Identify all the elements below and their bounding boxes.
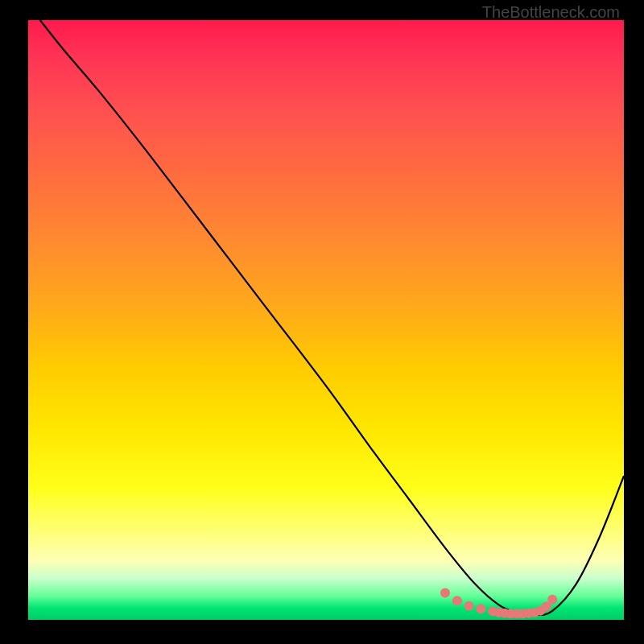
highlight-dot — [440, 588, 450, 597]
watermark-text: TheBottleneck.com — [482, 3, 620, 22]
highlight-dot — [518, 609, 527, 619]
highlight-dot — [500, 609, 510, 618]
highlight-dot — [488, 607, 497, 617]
highlight-dot — [542, 602, 551, 612]
highlight-dot — [506, 609, 515, 619]
highlight-dot — [452, 596, 462, 605]
highlight-dot — [530, 608, 539, 617]
bottleneck-curve — [40, 20, 624, 615]
highlight-dot — [535, 606, 545, 616]
highlight-dot — [464, 601, 474, 611]
chart-container: TheBottleneck.com — [0, 0, 644, 644]
curve-svg — [28, 20, 624, 620]
highlight-dot — [524, 609, 534, 618]
highlight-dot — [476, 605, 485, 614]
highlight-dot — [547, 595, 557, 605]
highlight-dot — [512, 609, 522, 619]
highlight-dot — [494, 608, 504, 617]
minimum-region-dots — [440, 588, 557, 618]
plot-area — [28, 20, 624, 620]
